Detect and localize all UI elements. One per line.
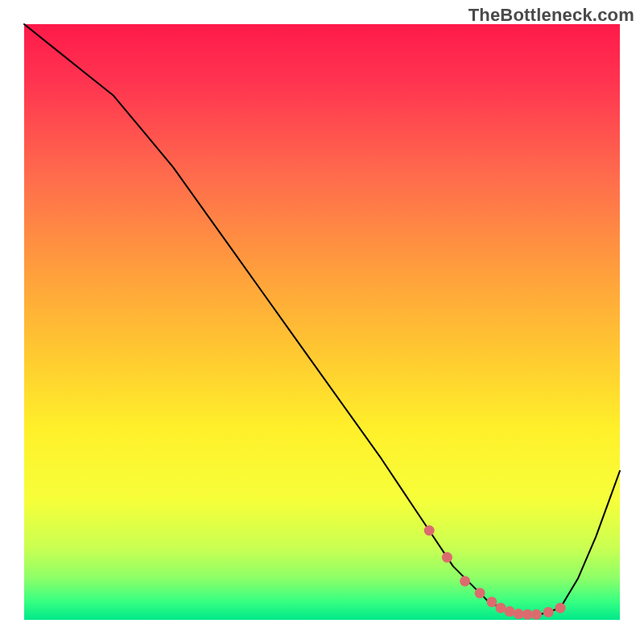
highlight-marker	[442, 552, 452, 563]
watermark-text: TheBottleneck.com	[469, 5, 634, 26]
gradient-background	[24, 24, 620, 620]
chart-container: TheBottleneck.com	[0, 0, 644, 644]
highlight-marker	[460, 576, 470, 586]
bottleneck-chart	[0, 0, 644, 644]
highlight-marker	[475, 588, 485, 598]
highlight-marker	[505, 606, 515, 617]
highlight-marker	[496, 603, 506, 613]
highlight-marker	[522, 609, 533, 620]
highlight-marker	[424, 526, 435, 536]
highlight-marker	[555, 603, 566, 613]
highlight-marker	[514, 609, 524, 619]
highlight-marker	[531, 609, 542, 620]
highlight-marker	[543, 607, 554, 617]
highlight-marker	[486, 597, 497, 607]
